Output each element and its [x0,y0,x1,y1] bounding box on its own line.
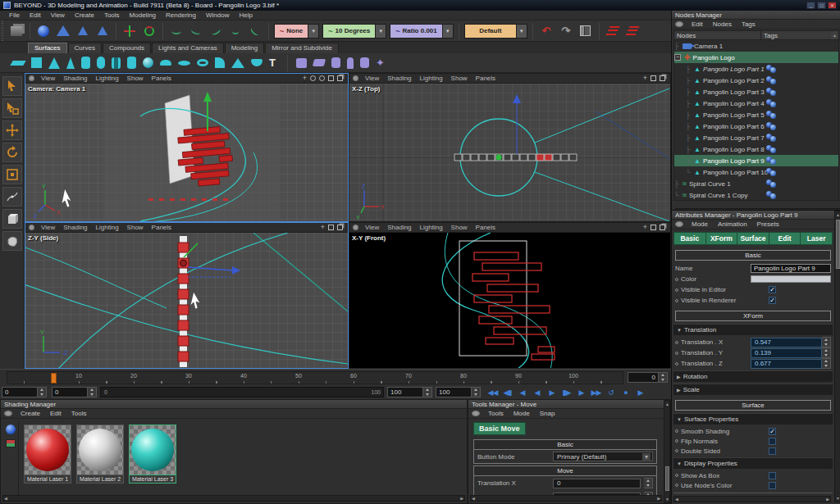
display-properties-header[interactable]: ▼Display Properties [673,457,833,469]
material-card[interactable]: Material Laser 2 [76,425,124,484]
nodes-column-header[interactable]: Nodes [674,31,761,39]
flip-normals-checkbox[interactable] [769,438,776,445]
translation-y-spinner[interactable] [822,347,831,358]
next-frame-button[interactable]: ▶ [574,388,588,397]
node-row-part[interactable]: ├▲Pangolin Logo Part 3 [674,86,838,98]
current-frame-spinner[interactable] [659,372,668,383]
tube-shape-icon[interactable] [112,57,121,69]
tools-menu-snap[interactable]: Snap [536,410,559,417]
translation-x-spinner[interactable] [822,337,831,347]
tab-mirror-subdivide[interactable]: Mirror and Subdivide [265,43,339,53]
purple-cylinder-shape-icon[interactable] [331,57,340,68]
node-row-part[interactable]: ├▲Pangolin Logo Part 1 [674,63,838,75]
capsule-shape-icon[interactable] [97,57,105,69]
pan-view-icon[interactable]: + [643,75,647,82]
text-shape-icon[interactable]: T [269,57,279,68]
vp-menu-panels[interactable]: Panels [472,75,499,82]
bent-surface-shape-icon[interactable] [215,57,225,68]
vp-menu-show[interactable]: Show [448,75,471,82]
viewport-top[interactable]: View Shading Lighting Show Panels + X-Z … [349,73,671,222]
close-button[interactable]: ✕ [828,2,837,9]
disc-shape-icon[interactable] [178,61,190,66]
menu-help[interactable]: Help [235,11,256,19]
menu-create[interactable]: Create [71,11,98,19]
move-gizmo-icon[interactable] [121,23,138,39]
attr-menu-mode[interactable]: Mode [687,220,712,228]
pause-button[interactable]: ▮▶ [559,388,573,397]
basic-move-tab[interactable]: Basic Move [473,422,526,435]
color-swatch[interactable] [751,275,831,283]
range-end-spinner[interactable] [423,387,432,397]
sphere-shape-icon[interactable] [143,57,153,68]
translation-x-spinner[interactable] [644,478,653,488]
node-row-part[interactable]: ├▲Pangolin Logo Part 6 [674,120,838,132]
shading-menu-edit[interactable]: Edit [46,410,66,417]
menu-edit[interactable]: Edit [25,11,45,19]
current-frame-field[interactable]: 0 [628,372,659,383]
translation-x-field[interactable]: 0.547 [751,338,822,347]
play-button[interactable]: ▶ [545,388,559,397]
double-sided-checkbox[interactable] [769,447,776,455]
node-tags[interactable] [766,111,776,119]
vp-menu-view[interactable]: View [38,224,58,231]
menu-modeling[interactable]: Modeling [126,11,160,19]
tags-column-header[interactable]: Tags [761,31,831,39]
cascade-viewport-icon[interactable] [337,75,343,81]
vp-menu-lighting[interactable]: Lighting [93,224,122,231]
nodes-scroll-up-icon[interactable]: ▲ [831,31,838,39]
star-shape-icon[interactable]: ✦ [376,57,387,69]
stop-button[interactable]: ● [619,388,632,397]
use-node-color-checkbox[interactable] [769,482,776,489]
collapse-node-icon[interactable]: − [674,54,681,61]
menu-rendering[interactable]: Rendering [162,11,200,19]
range-start2-spinner[interactable] [88,387,97,397]
translation-group-header[interactable]: ▼Translation [673,324,833,335]
nodes-menu-nodes[interactable]: Nodes [709,20,736,28]
preset-dropdown[interactable]: Default ▼ [464,24,527,39]
cylinder-shape-icon[interactable] [81,57,90,69]
cascade-viewport-icon[interactable] [337,225,343,230]
maximize-viewport-icon[interactable] [328,225,334,230]
panel-options-icon[interactable] [4,411,12,416]
material-list-icon[interactable] [6,439,16,447]
surface-tool-icon[interactable] [188,23,204,39]
menu-tools[interactable]: Tools [100,11,124,19]
vp-menu-shading[interactable]: Shading [384,75,414,82]
plane-shape-icon[interactable] [10,61,25,66]
dot-tool-icon[interactable] [227,23,244,39]
timeline-playhead[interactable] [51,373,57,384]
button-mode-dropdown[interactable]: Primary (Default) [553,452,653,461]
node-row-spiral[interactable]: ├≈Spiral Curve 1 [674,178,838,189]
cube-display-button[interactable] [2,209,22,229]
node-tags[interactable] [766,179,776,188]
tab-basic[interactable]: Basic [673,232,706,245]
angle-snap-dropdown-arrow[interactable]: ▼ [375,25,386,38]
play-end-button[interactable]: ▶ [633,388,647,397]
visible-renderer-checkbox[interactable]: ✓ [769,297,776,304]
vp-menu-panels[interactable]: Panels [472,224,499,231]
rounded-cube-shape-icon[interactable] [296,58,307,68]
curve-edit-tool-button[interactable] [2,187,22,207]
pyramid-tool-icon[interactable] [55,23,71,39]
prism-shape-icon[interactable] [231,58,244,68]
maximize-viewport-icon[interactable] [328,75,334,81]
attributes-vscrollbar[interactable] [834,211,840,502]
node-row-part[interactable]: ├▲Pangolin Logo Part 5 [674,109,838,120]
range-end2-spinner[interactable] [472,387,481,397]
node-row-part[interactable]: └▲Pangolin Logo Part 10 [674,166,838,178]
node-tags[interactable] [766,145,776,153]
vp-menu-panels[interactable]: Panels [148,75,175,82]
material-card-selected[interactable]: Material Laser 3 [129,425,176,484]
shading-menu-tools[interactable]: Tools [67,410,91,417]
node-tags[interactable] [766,65,776,73]
node-tags[interactable] [766,191,776,199]
ratio-snap-dropdown-arrow[interactable]: ▼ [442,25,453,38]
cascade-viewport-icon[interactable] [660,225,665,230]
spline-tool-icon[interactable] [168,23,185,39]
redo-button[interactable]: ↷ [558,23,574,39]
node-row-part-selected[interactable]: ├▲Pangolin Logo Part 9 [674,155,838,166]
pan-view-icon[interactable]: + [303,75,307,82]
maximize-viewport-icon[interactable] [651,225,656,230]
minimize-button[interactable]: _ [806,2,815,9]
select-tool-button[interactable] [2,76,22,96]
